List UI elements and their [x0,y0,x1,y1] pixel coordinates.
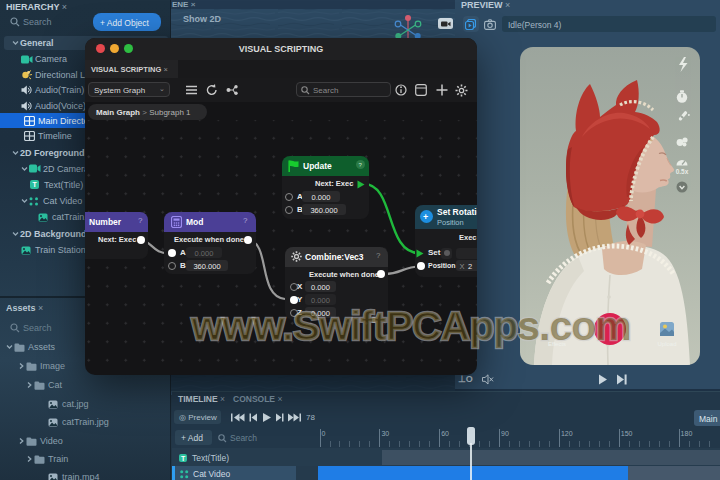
svg-text:Effects: Effects [548,341,566,347]
svg-text:0.5x: 0.5x [676,168,689,175]
svg-text:Upload: Upload [657,341,676,347]
